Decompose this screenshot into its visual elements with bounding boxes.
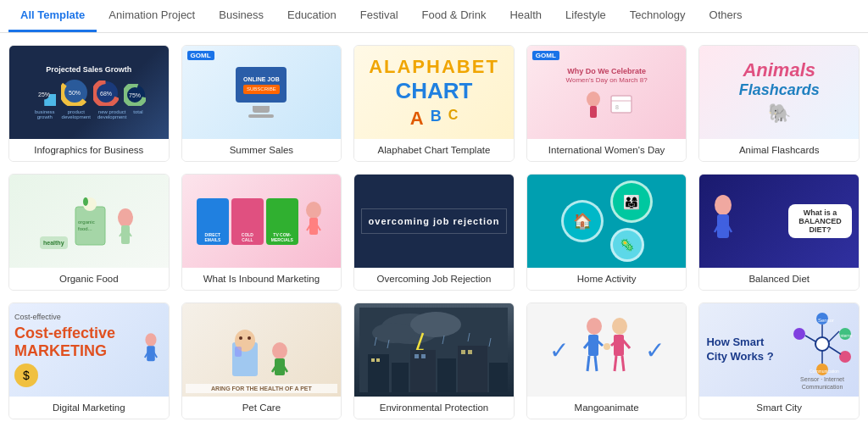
card-label: Digital Marketing bbox=[9, 397, 169, 419]
infographics-title: Projected Sales Growth bbox=[46, 65, 131, 74]
alphabet-title: ALAPHABET bbox=[369, 56, 499, 78]
svg-line-91 bbox=[829, 347, 841, 354]
svg-point-67 bbox=[587, 318, 602, 335]
card-organic-food[interactable]: healthy organicfood... Organic Food bbox=[8, 174, 170, 291]
card-environment[interactable]: Environmental Protection bbox=[353, 302, 515, 419]
card-balanced-diet[interactable]: What is a BALANCED DIET? Balanced Diet bbox=[698, 174, 860, 291]
card-label: Pet Care bbox=[182, 397, 342, 419]
card-label: Organic Food bbox=[9, 268, 169, 290]
card-mangoanimate[interactable]: ✓ bbox=[526, 302, 687, 419]
nav-item-lifestyle[interactable]: Lifestyle bbox=[554, 0, 618, 32]
card-label: Home Activity bbox=[527, 268, 687, 290]
card-infographics[interactable]: Projected Sales Growth 25% 50% 68% 75% bbox=[8, 45, 170, 162]
nav-item-business[interactable]: Business bbox=[207, 0, 275, 32]
card-label: Summer Sales bbox=[182, 139, 342, 161]
animal-title: Animals bbox=[739, 60, 820, 80]
diet-bubble: What is a BALANCED DIET? bbox=[788, 204, 852, 238]
svg-point-42 bbox=[272, 342, 287, 359]
svg-line-71 bbox=[587, 356, 589, 371]
svg-point-29 bbox=[715, 195, 732, 215]
svg-point-39 bbox=[239, 336, 242, 340]
svg-text:organic: organic bbox=[78, 219, 95, 225]
svg-point-73 bbox=[612, 318, 627, 335]
svg-rect-12 bbox=[590, 106, 597, 118]
svg-text:food...: food... bbox=[78, 226, 92, 231]
svg-rect-13 bbox=[611, 96, 632, 113]
svg-text:75%: 75% bbox=[129, 92, 141, 98]
svg-rect-51 bbox=[392, 363, 409, 392]
card-inbound-marketing[interactable]: DIRECTEMAILS COLDCALL TV COM-MERCIALS bbox=[181, 174, 342, 291]
card-womens-day[interactable]: GOML Why Do We Celebrate Women's Day on … bbox=[526, 45, 687, 162]
card-label: Environmental Protection bbox=[354, 397, 514, 419]
svg-point-11 bbox=[587, 92, 600, 107]
svg-point-85 bbox=[839, 351, 851, 363]
nav-item-technology[interactable]: Technology bbox=[618, 0, 698, 32]
card-label: International Women's Day bbox=[527, 139, 687, 161]
svg-rect-57 bbox=[376, 358, 380, 362]
svg-rect-56 bbox=[371, 358, 375, 362]
svg-line-72 bbox=[595, 356, 597, 371]
petcare-text: ARING FOR THE HEALTH OF A PET bbox=[186, 384, 338, 393]
job-rejection-text: overcoming job rejection bbox=[361, 208, 508, 234]
card-label: Animal Flashcards bbox=[699, 139, 859, 161]
monitor-illustration: ONLINE JOB SUBSCRIBE bbox=[236, 67, 287, 103]
svg-point-40 bbox=[248, 336, 251, 340]
svg-point-80 bbox=[815, 337, 829, 351]
svg-line-90 bbox=[829, 331, 839, 341]
card-label: Smart City bbox=[699, 397, 859, 419]
womens-day-title: Why Do We Celebrate bbox=[567, 66, 646, 77]
card-animal-flashcards[interactable]: Animals Flashcards 🐘 Animal Flashcards bbox=[698, 45, 860, 162]
goml-badge: GOML bbox=[532, 51, 559, 60]
svg-point-18 bbox=[83, 197, 88, 206]
nav-item-all-template[interactable]: All Template bbox=[8, 0, 97, 32]
alphabet-subtitle: CHART bbox=[395, 78, 472, 104]
card-alphabet[interactable]: ALAPHABET CHART A B C Alaphabet Chart Te… bbox=[353, 45, 515, 162]
svg-text:50%: 50% bbox=[69, 90, 81, 96]
svg-text:68%: 68% bbox=[100, 91, 112, 97]
card-label: Overcoming Job Rejection bbox=[354, 268, 514, 290]
svg-point-21 bbox=[118, 208, 133, 227]
nav-item-others[interactable]: Others bbox=[698, 0, 754, 32]
smart-city-text: How Smart City Works ? bbox=[706, 336, 782, 364]
svg-rect-58 bbox=[415, 354, 419, 358]
card-digital-marketing[interactable]: Cost-effective Cost-effective MARKETING … bbox=[8, 302, 170, 419]
marketing-text: Cost-effective MARKETING bbox=[14, 325, 133, 360]
svg-point-49 bbox=[372, 323, 415, 343]
svg-line-78 bbox=[622, 356, 624, 371]
svg-text:Communication: Communication bbox=[810, 369, 839, 374]
card-label: Alaphabet Chart Template bbox=[354, 139, 514, 161]
nav-item-education[interactable]: Education bbox=[275, 0, 348, 32]
svg-line-77 bbox=[615, 356, 616, 371]
svg-rect-59 bbox=[421, 354, 426, 358]
nav-item-health[interactable]: Health bbox=[498, 0, 554, 32]
svg-text:Internet: Internet bbox=[839, 333, 852, 338]
svg-point-79 bbox=[604, 343, 610, 350]
svg-text:8: 8 bbox=[615, 104, 619, 110]
card-label: What Is Inbound Marketing bbox=[182, 268, 342, 290]
svg-rect-41 bbox=[235, 347, 242, 357]
womens-day-subtitle: Women's Day on March 8? bbox=[566, 76, 648, 84]
nav-item-festival[interactable]: Festival bbox=[348, 0, 410, 32]
nav-bar: All Template Animation Project Business … bbox=[0, 0, 868, 33]
svg-point-33 bbox=[145, 333, 156, 347]
card-home-activity[interactable]: 🏠 👨‍👩‍👧 🦠 Home Activity bbox=[526, 174, 687, 291]
card-label: Mangoanimate bbox=[527, 397, 687, 419]
svg-rect-60 bbox=[461, 350, 465, 354]
card-pet-care[interactable]: ARING FOR THE HEALTH OF A PET Pet Care bbox=[181, 302, 342, 419]
goml-badge: GOML bbox=[187, 51, 214, 60]
card-summer-sales[interactable]: GOML ONLINE JOB SUBSCRIBE Summer Sales bbox=[181, 45, 342, 162]
svg-point-25 bbox=[306, 202, 321, 219]
card-label: Balanced Diet bbox=[699, 268, 859, 290]
svg-text:Sensor: Sensor bbox=[818, 318, 834, 323]
svg-rect-53 bbox=[437, 358, 456, 392]
svg-line-93 bbox=[805, 336, 815, 341]
animal-subtitle: Flashcards bbox=[739, 81, 820, 99]
svg-text:25%: 25% bbox=[38, 92, 50, 97]
card-job-rejection[interactable]: overcoming job rejection Overcoming Job … bbox=[353, 174, 515, 291]
nav-item-food[interactable]: Food & Drink bbox=[410, 0, 498, 32]
svg-point-48 bbox=[410, 312, 461, 337]
card-label: Infographics for Business bbox=[9, 139, 169, 161]
nav-item-animation[interactable]: Animation Project bbox=[97, 0, 207, 32]
svg-rect-61 bbox=[468, 350, 472, 354]
card-smart-city[interactable]: How Smart City Works ? Sensor Internet C… bbox=[698, 302, 860, 419]
